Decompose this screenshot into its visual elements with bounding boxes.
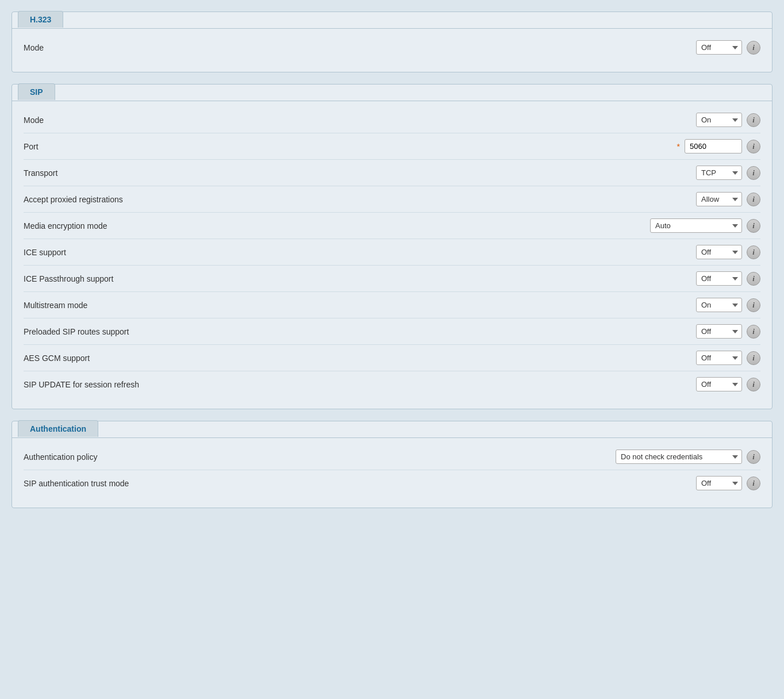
sip-multistream-label: Multistream mode — [24, 301, 696, 310]
sip-preloaded-routes-row: Preloaded SIP routes support Off On i — [24, 318, 760, 345]
sip-ice-passthrough-info[interactable]: i — [747, 272, 760, 286]
sip-auth-trust-label: SIP authentication trust mode — [24, 479, 696, 488]
sip-accept-proxied-label: Accept proxied registrations — [24, 195, 696, 204]
sip-aes-gcm-select[interactable]: Off On — [696, 351, 742, 365]
sip-ice-passthrough-row: ICE Passthrough support Off On i — [24, 266, 760, 292]
sip-aes-gcm-label: AES GCM support — [24, 354, 696, 363]
sip-transport-control: TCP UDP TLS Auto i — [696, 166, 760, 180]
sip-transport-select[interactable]: TCP UDP TLS Auto — [696, 166, 742, 180]
h323-mode-select[interactable]: Off On — [696, 40, 742, 55]
sip-auth-trust-info[interactable]: i — [747, 477, 760, 490]
authentication-header-line: Authentication — [12, 421, 772, 438]
sip-multistream-control: On Off i — [696, 298, 760, 312]
sip-preloaded-routes-label: Preloaded SIP routes support — [24, 327, 696, 336]
sip-update-session-info[interactable]: i — [747, 378, 760, 391]
sip-aes-gcm-row: AES GCM support Off On i — [24, 345, 760, 371]
sip-update-session-label: SIP UPDATE for session refresh — [24, 380, 696, 389]
sip-accept-proxied-info[interactable]: i — [747, 193, 760, 206]
sip-ice-passthrough-select[interactable]: Off On — [696, 271, 742, 286]
sip-auth-trust-control: Off On i — [696, 476, 760, 490]
sip-title: SIP — [30, 87, 43, 97]
auth-policy-info[interactable]: i — [747, 450, 760, 464]
sip-port-info[interactable]: i — [747, 140, 760, 153]
sip-mode-label: Mode — [24, 116, 696, 125]
authentication-section: Authentication Authentication policy Do … — [11, 421, 773, 508]
auth-policy-select[interactable]: Do not check credentials Digest Basic — [616, 450, 742, 464]
sip-transport-info[interactable]: i — [747, 166, 760, 180]
sip-media-encryption-row: Media encryption mode Auto BestEffort En… — [24, 213, 760, 239]
sip-auth-trust-select[interactable]: Off On — [696, 476, 742, 490]
sip-port-input[interactable] — [685, 139, 742, 153]
sip-port-control: * i — [677, 139, 760, 153]
sip-ice-support-info[interactable]: i — [747, 245, 760, 259]
h323-section-header: H.323 — [18, 11, 63, 28]
sip-preloaded-routes-info[interactable]: i — [747, 325, 760, 339]
sip-ice-passthrough-control: Off On i — [696, 271, 760, 286]
sip-multistream-info[interactable]: i — [747, 298, 760, 312]
h323-mode-row: Mode Off On i — [24, 34, 760, 60]
sip-section-header: SIP — [18, 83, 55, 100]
authentication-title: Authentication — [30, 424, 86, 433]
h323-body: Mode Off On i — [12, 29, 772, 72]
sip-transport-row: Transport TCP UDP TLS Auto i — [24, 160, 760, 186]
sip-preloaded-routes-control: Off On i — [696, 324, 760, 339]
sip-media-encryption-control: Auto BestEffort Enforced Off i — [650, 218, 760, 233]
sip-port-label: Port — [24, 142, 677, 151]
sip-accept-proxied-row: Accept proxied registrations Allow Deny … — [24, 186, 760, 213]
sip-port-required-star: * — [677, 142, 680, 151]
sip-multistream-row: Multistream mode On Off i — [24, 292, 760, 318]
sip-update-session-row: SIP UPDATE for session refresh Off On i — [24, 371, 760, 397]
sip-ice-passthrough-label: ICE Passthrough support — [24, 274, 696, 283]
sip-aes-gcm-control: Off On i — [696, 351, 760, 365]
sip-ice-support-select[interactable]: Off On — [696, 245, 742, 259]
sip-auth-trust-row: SIP authentication trust mode Off On i — [24, 470, 760, 496]
sip-section: SIP Mode On Off i Port * i Tr — [11, 84, 773, 409]
h323-header-line: H.323 — [12, 12, 772, 29]
h323-title: H.323 — [30, 15, 51, 24]
sip-accept-proxied-select[interactable]: Allow Deny — [696, 192, 742, 206]
sip-media-encryption-label: Media encryption mode — [24, 221, 650, 231]
sip-ice-support-control: Off On i — [696, 245, 760, 259]
auth-policy-control: Do not check credentials Digest Basic i — [616, 450, 760, 464]
sip-preloaded-routes-select[interactable]: Off On — [696, 324, 742, 339]
sip-update-session-control: Off On i — [696, 377, 760, 391]
sip-ice-support-row: ICE support Off On i — [24, 239, 760, 266]
sip-media-encryption-info[interactable]: i — [747, 219, 760, 233]
h323-section: H.323 Mode Off On i — [11, 11, 773, 72]
h323-mode-info[interactable]: i — [747, 41, 760, 55]
sip-media-encryption-select[interactable]: Auto BestEffort Enforced Off — [650, 218, 742, 233]
sip-mode-select[interactable]: On Off — [696, 113, 742, 127]
sip-header-line: SIP — [12, 85, 772, 101]
authentication-section-header: Authentication — [18, 420, 98, 437]
sip-mode-row: Mode On Off i — [24, 107, 760, 133]
sip-update-session-select[interactable]: Off On — [696, 377, 742, 391]
sip-mode-control: On Off i — [696, 113, 760, 127]
sip-port-row: Port * i — [24, 133, 760, 160]
h323-mode-label: Mode — [24, 43, 696, 52]
sip-ice-support-label: ICE support — [24, 248, 696, 257]
sip-transport-label: Transport — [24, 168, 696, 178]
authentication-body: Authentication policy Do not check crede… — [12, 438, 772, 508]
sip-multistream-select[interactable]: On Off — [696, 298, 742, 312]
sip-body: Mode On Off i Port * i Transport — [12, 101, 772, 409]
sip-accept-proxied-control: Allow Deny i — [696, 192, 760, 206]
auth-policy-row: Authentication policy Do not check crede… — [24, 444, 760, 470]
h323-mode-control: Off On i — [696, 40, 760, 55]
sip-aes-gcm-info[interactable]: i — [747, 351, 760, 365]
sip-mode-info[interactable]: i — [747, 113, 760, 127]
auth-policy-label: Authentication policy — [24, 452, 616, 462]
